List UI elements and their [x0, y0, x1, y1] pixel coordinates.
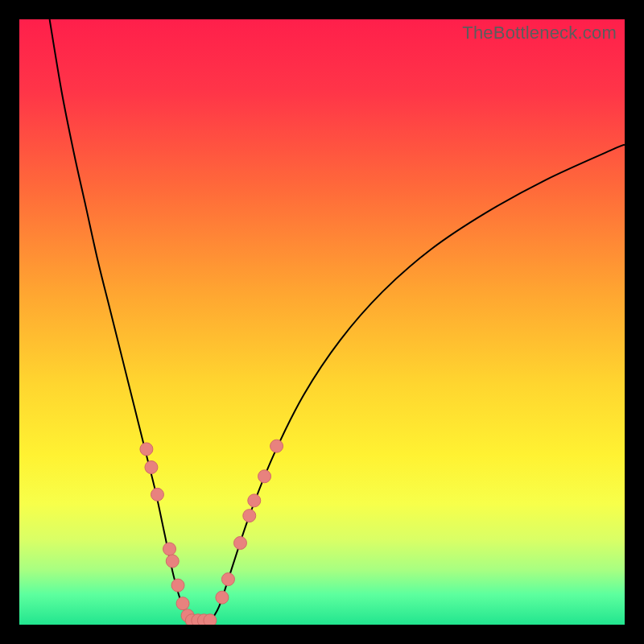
data-dot-left-2	[151, 488, 163, 501]
data-dot-left-0	[140, 443, 153, 456]
data-dot-bottom-3	[204, 614, 217, 625]
curve-layer	[19, 19, 625, 625]
data-dot-right-4	[248, 494, 261, 507]
data-dot-right-3	[243, 510, 256, 522]
data-dot-left-1	[145, 460, 158, 473]
curve-right-curve	[210, 145, 625, 622]
data-dot-left-3	[163, 543, 176, 555]
data-dot-left-4	[166, 555, 179, 568]
plot-area: TheBottleneck.com	[19, 19, 625, 625]
data-dot-right-0	[216, 591, 229, 604]
curve-left-curve	[50, 19, 192, 621]
data-dot-right-5	[258, 470, 271, 483]
data-dot-right-1	[221, 573, 234, 586]
data-dot-right-2	[233, 536, 246, 549]
data-dot-right-6	[270, 440, 283, 452]
data-dot-left-5	[171, 579, 184, 592]
chart-frame: TheBottleneck.com	[0, 0, 644, 644]
data-dot-left-6	[176, 597, 189, 610]
